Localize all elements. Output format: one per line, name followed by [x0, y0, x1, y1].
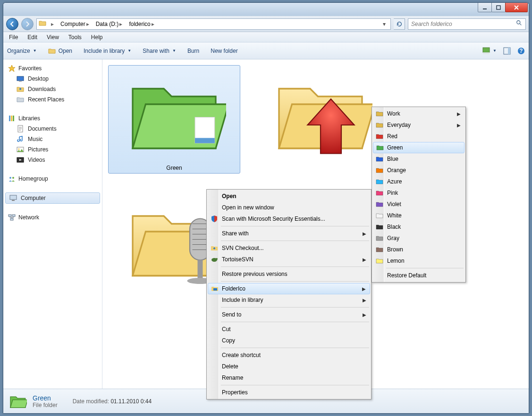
status-meta: Date modified: 01.11.2010 0:44	[73, 398, 152, 405]
sidebar-downloads[interactable]: Downloads	[3, 84, 102, 94]
svg-text:?: ?	[519, 48, 523, 54]
folder-icon	[269, 67, 372, 162]
sidebar-documents[interactable]: Documents	[3, 124, 102, 134]
address-dropdown[interactable]: ▾	[380, 21, 388, 27]
sidebar-videos[interactable]: Videos	[3, 155, 102, 165]
favorites-header[interactable]: Favorites	[3, 63, 102, 74]
context-menu: OpenOpen in new windowScan with Microsof…	[206, 189, 372, 399]
ctx-open-in-new-window[interactable]: Open in new window	[208, 202, 370, 213]
color-blue[interactable]: Blue	[373, 153, 464, 165]
ctx-svn-checkout-[interactable]: SVN Checkout...	[208, 242, 370, 254]
menu-tools[interactable]: Tools	[65, 33, 85, 42]
ctx-scan-with-microsoft-security-essentials-[interactable]: Scan with Microsoft Security Essentials.…	[208, 213, 370, 225]
ctx-properties[interactable]: Properties	[208, 387, 370, 398]
breadcrumb-sep[interactable]: ▸	[48, 19, 57, 29]
minimize-button[interactable]	[478, 3, 492, 12]
menu-edit[interactable]: Edit	[24, 33, 41, 42]
menu-view[interactable]: View	[43, 33, 63, 42]
ctx-folderico[interactable]: FolderIco▶	[208, 283, 370, 294]
ctx-tortoisesvn[interactable]: TortoiseSVN▶	[208, 254, 370, 265]
svg-point-19	[12, 177, 14, 179]
new-folder-button[interactable]: New folder	[211, 48, 237, 54]
color-black[interactable]: Black	[373, 221, 464, 233]
menu-file[interactable]: File	[5, 33, 22, 42]
color-white[interactable]: White	[373, 210, 464, 221]
svg-rect-23	[12, 215, 15, 216]
address-bar[interactable]: ▸ Computer▸ Data (D:)▸ folderico▸ ▾	[36, 18, 391, 30]
ctx-restore-previous-versions[interactable]: Restore previous versions	[208, 268, 370, 280]
ctx-copy[interactable]: Copy	[208, 335, 370, 346]
sidebar-homegroup[interactable]: Homegroup	[3, 174, 102, 184]
ctx-rename[interactable]: Rename	[208, 372, 370, 383]
svg-rect-0	[483, 8, 487, 9]
folder-icon	[39, 19, 46, 28]
status-type: File folder	[33, 402, 58, 408]
menu-help[interactable]: Help	[87, 33, 107, 42]
svg-rect-4	[483, 52, 490, 54]
svg-point-18	[9, 177, 11, 179]
breadcrumb-data[interactable]: Data (D:)▸	[94, 19, 126, 29]
folder-item-1[interactable]	[254, 65, 387, 174]
folder-item-0[interactable]: Green	[108, 65, 240, 174]
ctx-share-with[interactable]: Share with▶	[208, 228, 370, 239]
view-mode-button[interactable]: ▼	[482, 47, 497, 55]
burn-button[interactable]: Burn	[187, 48, 199, 54]
back-button[interactable]	[6, 18, 18, 30]
refresh-button[interactable]	[394, 18, 405, 30]
svg-rect-11	[9, 116, 10, 121]
sidebar-recent-places[interactable]: Recent Places	[3, 94, 102, 105]
color-orange[interactable]: Orange	[373, 165, 464, 176]
svg-point-32	[216, 258, 218, 260]
ctx-create-shortcut[interactable]: Create shortcut	[208, 349, 370, 361]
explorer-window: ▸ Computer▸ Data (D:)▸ folderico▸ ▾ File…	[3, 2, 529, 414]
ctx-open[interactable]: Open	[208, 191, 370, 202]
ctx-include-in-library[interactable]: Include in library▶	[208, 294, 370, 306]
close-button[interactable]	[505, 3, 528, 12]
ctx-send-to[interactable]: Send to▶	[208, 309, 370, 320]
color-azure[interactable]: Azure	[373, 176, 464, 187]
folder-icon	[122, 67, 226, 162]
svg-rect-21	[12, 200, 15, 201]
breadcrumb-computer[interactable]: Computer▸	[59, 19, 92, 29]
include-in-library-button[interactable]: Include in library▼	[84, 48, 131, 54]
search-input[interactable]	[411, 21, 516, 27]
sidebar: Favorites Desktop Downloads Recent Place…	[3, 59, 102, 389]
forward-button[interactable]	[21, 18, 34, 30]
sidebar-music[interactable]: Music	[3, 134, 102, 144]
breadcrumb-folderico[interactable]: folderico▸	[127, 19, 157, 29]
color-lemon[interactable]: Lemon	[373, 255, 464, 266]
ctx-delete[interactable]: Delete	[208, 361, 370, 372]
folder-label: Green	[166, 165, 182, 171]
color-restore-default[interactable]: Restore Default	[373, 270, 464, 281]
color-red[interactable]: Red	[373, 131, 464, 142]
sidebar-computer[interactable]: Computer	[5, 192, 100, 204]
maximize-button[interactable]	[491, 3, 506, 12]
color-green[interactable]: Green	[373, 142, 464, 153]
open-button[interactable]: Open	[48, 47, 72, 55]
svg-rect-26	[195, 138, 215, 143]
svg-rect-1	[497, 6, 500, 9]
svg-rect-33	[213, 288, 217, 291]
status-name: Green	[33, 394, 58, 402]
color-pink[interactable]: Pink	[373, 187, 464, 199]
preview-pane-button[interactable]	[503, 47, 511, 55]
share-with-button[interactable]: Share with▼	[143, 48, 176, 54]
color-violet[interactable]: Violet	[373, 199, 464, 210]
color-brown[interactable]: Brown	[373, 244, 464, 255]
color-gray[interactable]: Gray	[373, 233, 464, 244]
sidebar-pictures[interactable]: Pictures	[3, 144, 102, 155]
libraries-header[interactable]: Libraries	[3, 113, 102, 124]
search-box[interactable]	[408, 18, 526, 30]
color-everyday[interactable]: Everyday▶	[373, 119, 464, 131]
sidebar-desktop[interactable]: Desktop	[3, 74, 102, 84]
titlebar	[3, 3, 529, 16]
svg-rect-6	[508, 48, 510, 54]
color-work[interactable]: Work▶	[373, 108, 464, 119]
ctx-cut[interactable]: Cut	[208, 324, 370, 335]
help-button[interactable]: ?	[517, 47, 525, 55]
svg-rect-13	[13, 116, 14, 121]
svg-rect-24	[10, 218, 13, 220]
organize-button[interactable]: Organize▼	[7, 48, 37, 54]
sidebar-network[interactable]: Network	[3, 212, 102, 223]
svg-rect-9	[17, 76, 24, 81]
